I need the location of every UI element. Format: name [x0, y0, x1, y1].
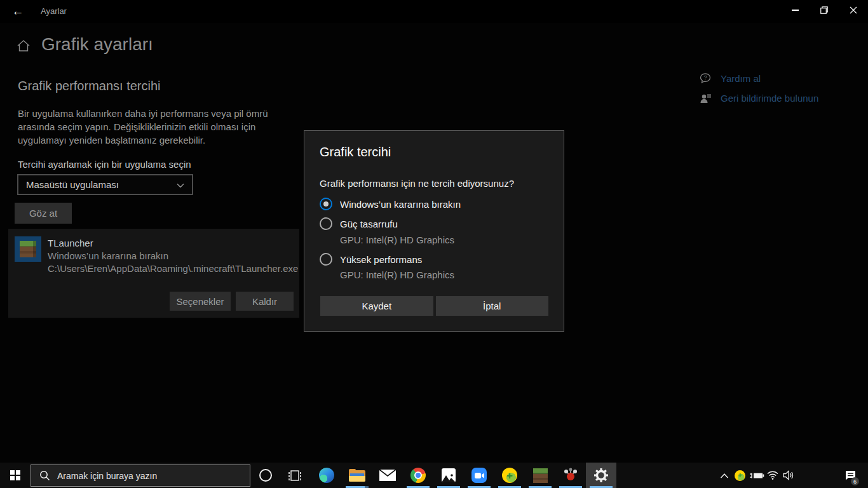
get-help-link[interactable]: Yardım al [721, 73, 761, 84]
task-view-button[interactable] [280, 463, 310, 488]
dropdown-value: Masaüstü uygulaması [26, 179, 119, 190]
photos-icon [442, 468, 456, 482]
search-icon [39, 470, 50, 481]
taskbar-app-chrome[interactable] [403, 463, 433, 488]
minimize-button[interactable] [780, 0, 810, 20]
tray-chevron-button[interactable] [717, 463, 732, 488]
radio-label: Güç tasarrufu [340, 219, 398, 229]
close-icon [850, 6, 857, 14]
tray-volume-button[interactable] [780, 463, 797, 488]
radio-option-power-saving[interactable]: Güç tasarrufu [320, 217, 398, 231]
remove-button[interactable]: Kaldır [236, 292, 294, 311]
dialog-question: Grafik performansı için ne tercih ediyor… [320, 178, 514, 189]
taskbar-app-settings[interactable] [586, 463, 616, 488]
radio-option-high-performance[interactable]: Yüksek performans [320, 252, 422, 266]
app-preference: Windows’un kararına bırakın [48, 250, 168, 261]
restore-icon [820, 6, 828, 14]
help-chat-icon: ? [700, 73, 712, 84]
search-input[interactable] [57, 471, 235, 481]
app-title: Ayarlar [41, 6, 67, 16]
section-title: Grafik performansı tercihi [18, 79, 161, 93]
edge-icon [319, 468, 334, 483]
options-button[interactable]: Seçenekler [170, 292, 231, 311]
radio-label: Yüksek performans [340, 254, 422, 265]
tray-battery-button[interactable] [748, 463, 765, 488]
cortana-icon [259, 469, 272, 482]
get-help-row[interactable]: ? Yardım al [700, 73, 761, 84]
minecraft-block-icon [20, 241, 36, 257]
taskbar: + [0, 463, 868, 488]
cancel-button[interactable]: İptal [436, 296, 549, 316]
360-security-icon: + [502, 468, 517, 483]
page-title: Grafik ayarları [41, 34, 153, 55]
antivirus-icon: + [735, 470, 745, 481]
chevron-up-icon [720, 473, 729, 478]
zoom-icon [471, 468, 487, 483]
app-path: C:\Users\Eren\AppData\Roaming\.minecraft… [48, 263, 298, 274]
radio-label: Windows’un kararına bırakın [340, 199, 461, 210]
wifi-icon [767, 471, 778, 480]
radio-option-windows-decide[interactable]: Windows’un kararına bırakın [320, 197, 461, 211]
taskbar-app-mail[interactable] [372, 463, 403, 488]
taskbar-app-file-explorer[interactable] [342, 463, 372, 488]
taskbar-app-edge[interactable] [311, 463, 342, 488]
molecule-icon [563, 468, 578, 483]
windows-logo-icon [10, 470, 20, 480]
minecraft-icon [533, 468, 548, 483]
dialog-title: Grafik tercihi [320, 145, 391, 159]
app-entry-tlauncher[interactable]: TLauncher Windows’un kararına bırakın C:… [8, 229, 299, 318]
back-icon[interactable]: ← [8, 3, 28, 20]
taskbar-app-photos[interactable] [433, 463, 464, 488]
tray-antivirus-button[interactable]: + [732, 463, 748, 488]
battery-plugged-icon [749, 471, 764, 480]
tray-wifi-button[interactable] [765, 463, 780, 488]
app-select-label: Tercihi ayarlamak için bir uygulama seçi… [18, 159, 191, 170]
start-button[interactable] [0, 463, 31, 488]
minimize-icon [792, 10, 799, 11]
section-description: Bir uygulama kullanırken daha iyi perfor… [18, 107, 305, 147]
radio-selected-icon[interactable] [320, 198, 332, 210]
radio-unselected-icon[interactable] [320, 217, 332, 230]
chevron-down-icon [177, 179, 184, 190]
settings-gear-icon [593, 468, 609, 483]
graphics-preference-dialog: Grafik tercihi Grafik performansı için n… [304, 130, 564, 332]
speaker-icon [783, 470, 794, 480]
feedback-row[interactable]: Geri bildirimde bulunun [700, 93, 818, 104]
chrome-icon [410, 468, 426, 483]
gpu-info: GPU: Intel(R) HD Graphics [340, 269, 454, 280]
gpu-info: GPU: Intel(R) HD Graphics [340, 234, 454, 245]
mail-icon [379, 470, 396, 481]
taskbar-app-360-security[interactable]: + [494, 463, 525, 488]
taskbar-app-molecule[interactable] [555, 463, 586, 488]
taskbar-app-zoom[interactable] [464, 463, 494, 488]
cortana-button[interactable] [252, 463, 280, 488]
file-explorer-icon [349, 469, 365, 482]
save-button[interactable]: Kaydet [320, 296, 433, 316]
browse-button[interactable]: Göz at [15, 203, 72, 224]
settings-window: ← Ayarlar Grafik ayarları Grafik perform… [0, 0, 868, 488]
action-center-button[interactable]: 6 [840, 463, 860, 488]
app-type-dropdown[interactable]: Masaüstü uygulaması [17, 174, 193, 195]
home-icon [17, 39, 31, 55]
feedback-link[interactable]: Geri bildirimde bulunun [721, 93, 818, 104]
task-view-icon [288, 470, 301, 481]
close-button[interactable] [839, 0, 868, 20]
title-bar: ← Ayarlar [0, 0, 868, 23]
radio-unselected-icon[interactable] [320, 253, 332, 266]
app-name: TLauncher [48, 238, 93, 248]
feedback-person-icon [700, 93, 712, 104]
taskbar-search[interactable] [31, 464, 250, 487]
notification-count-badge: 6 [851, 477, 859, 485]
restore-button[interactable] [810, 0, 839, 20]
tlauncher-app-icon [15, 236, 41, 262]
svg-text:?: ? [703, 74, 707, 81]
taskbar-app-minecraft[interactable] [525, 463, 555, 488]
